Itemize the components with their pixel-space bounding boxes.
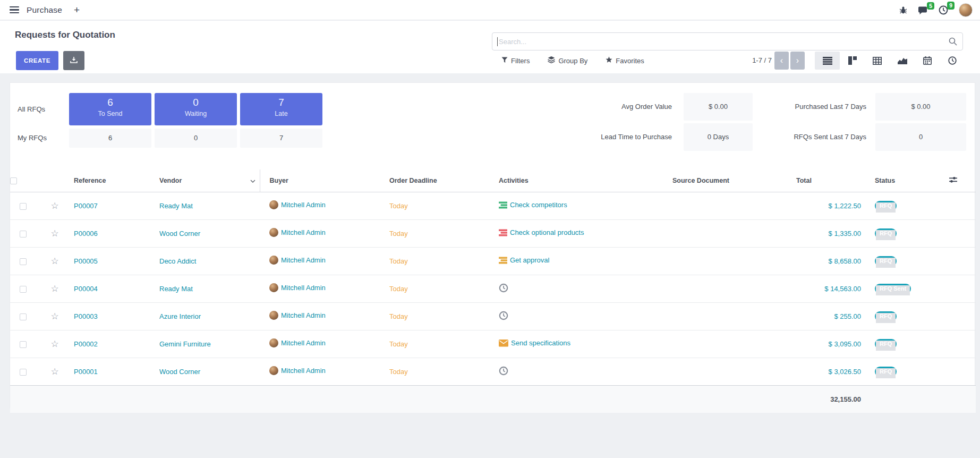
vendor-link[interactable]: Azure Interior — [159, 312, 201, 320]
source-document-value — [662, 275, 796, 302]
activity-cell[interactable]: Get approval — [499, 256, 549, 265]
kpi-card-to-send[interactable]: 6To Send — [69, 93, 151, 125]
favorite-star-icon[interactable]: ☆ — [50, 339, 58, 349]
favorite-star-icon[interactable]: ☆ — [50, 311, 58, 321]
kpi-card-late[interactable]: 7Late — [240, 93, 322, 125]
column-buyer[interactable]: Buyer — [260, 169, 380, 192]
reference-link[interactable]: P00007 — [74, 202, 98, 210]
clock-activity-icon[interactable] — [499, 283, 508, 293]
buyer-link[interactable]: Mitchell Admin — [281, 228, 326, 236]
user-avatar[interactable] — [959, 3, 973, 17]
row-checkbox[interactable] — [20, 286, 27, 293]
reference-link[interactable]: P00006 — [74, 230, 98, 238]
row-checkbox[interactable] — [20, 258, 27, 265]
kanban-view-icon[interactable] — [840, 52, 865, 70]
search-input[interactable] — [492, 38, 949, 46]
buyer-link[interactable]: Mitchell Admin — [281, 284, 326, 292]
row-checkbox[interactable] — [20, 369, 27, 376]
optional-columns-sliders-icon[interactable] — [949, 176, 957, 183]
my-waiting-count[interactable]: 0 — [155, 129, 237, 148]
text-caret — [497, 37, 498, 46]
table-row[interactable]: ☆ P00002 Gemini Furniture Mitchell Admin… — [10, 330, 976, 358]
vendor-link[interactable]: Ready Mat — [159, 202, 193, 210]
buyer-link[interactable]: Mitchell Admin — [281, 339, 326, 347]
activity-cell[interactable] — [499, 283, 511, 293]
row-checkbox[interactable] — [20, 203, 27, 210]
favorite-star-icon[interactable]: ☆ — [50, 228, 58, 239]
favorite-star-icon[interactable]: ☆ — [50, 367, 58, 377]
activity-cell[interactable]: Check optional products — [499, 228, 584, 237]
column-status[interactable]: Status — [865, 169, 940, 192]
vendor-link[interactable]: Wood Corner — [159, 230, 200, 238]
kpi-card-waiting[interactable]: 0Waiting — [155, 93, 237, 125]
activity-cell[interactable] — [499, 311, 511, 320]
buyer-link[interactable]: Mitchell Admin — [281, 311, 326, 319]
column-source-document[interactable]: Source Document — [662, 169, 796, 192]
order-deadline-value: Today — [389, 285, 408, 293]
table-row[interactable]: ☆ P00003 Azure Interior Mitchell Admin T… — [10, 302, 976, 330]
app-title[interactable]: Purchase — [27, 5, 62, 15]
row-checkbox[interactable] — [20, 313, 27, 320]
hamburger-menu-icon[interactable] — [10, 6, 19, 14]
rfq-list-table: Reference Vendor Buyer Order Deadline Ac… — [10, 169, 976, 413]
activities-clock-icon[interactable]: 9 — [939, 5, 948, 15]
filters-button[interactable]: Filters — [501, 57, 530, 65]
buyer-link[interactable]: Mitchell Admin — [281, 201, 326, 209]
messages-icon[interactable]: 5 — [918, 6, 928, 15]
column-total[interactable]: Total — [796, 169, 865, 192]
activity-cell[interactable]: Check competitors — [499, 201, 567, 209]
column-vendor[interactable]: Vendor — [159, 169, 260, 192]
vendor-link[interactable]: Wood Corner — [159, 368, 200, 376]
create-button[interactable]: CREATE — [16, 51, 58, 70]
buyer-avatar — [269, 366, 278, 375]
column-reference[interactable]: Reference — [74, 169, 159, 192]
import-button[interactable] — [63, 51, 84, 70]
list-view-icon[interactable] — [815, 52, 840, 70]
row-checkbox[interactable] — [20, 341, 27, 348]
column-order-deadline[interactable]: Order Deadline — [380, 169, 488, 192]
group-by-button[interactable]: Group By — [548, 56, 587, 65]
envelope-activity-icon[interactable] — [499, 340, 508, 347]
tasks-activity-icon[interactable] — [499, 228, 507, 237]
pager-next-button[interactable]: › — [790, 52, 805, 70]
reference-link[interactable]: P00004 — [74, 285, 98, 293]
reference-link[interactable]: P00002 — [74, 340, 98, 348]
bug-icon[interactable] — [899, 6, 907, 14]
activity-view-icon[interactable] — [940, 52, 965, 70]
vendor-link[interactable]: Ready Mat — [159, 285, 193, 293]
tasks-activity-icon[interactable] — [499, 256, 507, 265]
favorites-button[interactable]: Favorites — [606, 56, 644, 65]
table-row[interactable]: ☆ P00005 Deco Addict Mitchell Admin Toda… — [10, 247, 976, 275]
favorite-star-icon[interactable]: ☆ — [50, 284, 58, 294]
clock-activity-icon[interactable] — [499, 366, 508, 376]
buyer-link[interactable]: Mitchell Admin — [281, 367, 326, 375]
reference-link[interactable]: P00001 — [74, 368, 98, 376]
pivot-view-icon[interactable] — [865, 52, 890, 70]
plus-icon[interactable]: + — [74, 5, 80, 15]
table-row[interactable]: ☆ P00007 Ready Mat Mitchell Admin Today … — [10, 192, 976, 219]
vendor-link[interactable]: Gemini Furniture — [159, 340, 211, 348]
reference-link[interactable]: P00005 — [74, 257, 98, 265]
select-all-checkbox[interactable] — [10, 177, 17, 184]
pager-previous-button[interactable]: ‹ — [774, 52, 789, 70]
graph-view-icon[interactable] — [890, 52, 915, 70]
my-to-send-count[interactable]: 6 — [69, 129, 151, 148]
row-checkbox[interactable] — [20, 231, 27, 238]
favorite-star-icon[interactable]: ☆ — [50, 256, 58, 266]
activity-cell[interactable] — [499, 366, 511, 376]
column-activities[interactable]: Activities — [488, 169, 662, 192]
buyer-link[interactable]: Mitchell Admin — [281, 256, 326, 264]
vendor-link[interactable]: Deco Addict — [159, 257, 196, 265]
activity-cell[interactable]: Send specifications — [499, 339, 570, 347]
calendar-view-icon[interactable] — [915, 52, 940, 70]
reference-link[interactable]: P00003 — [74, 312, 98, 320]
table-row[interactable]: ☆ P00006 Wood Corner Mitchell Admin Toda… — [10, 219, 976, 247]
search-icon[interactable] — [949, 37, 962, 46]
table-row[interactable]: ☆ P00001 Wood Corner Mitchell Admin Toda… — [10, 358, 976, 385]
total-amount: $ 3,095.00 — [829, 340, 861, 348]
clock-activity-icon[interactable] — [499, 311, 508, 320]
my-late-count[interactable]: 7 — [240, 129, 322, 148]
tasks-activity-icon[interactable] — [499, 201, 507, 209]
table-row[interactable]: ☆ P00004 Ready Mat Mitchell Admin Today … — [10, 275, 976, 302]
favorite-star-icon[interactable]: ☆ — [50, 201, 58, 211]
